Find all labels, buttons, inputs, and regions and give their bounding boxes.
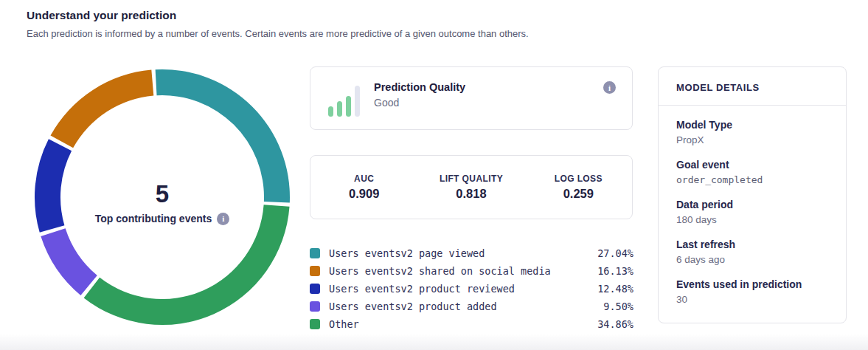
model-field-label: Events used in prediction [676, 278, 828, 290]
donut-segment[interactable] [156, 69, 290, 202]
donut-segment[interactable] [41, 228, 97, 295]
legend-swatch [310, 301, 320, 312]
legend-value: 9.50% [603, 301, 633, 312]
bottom-gradient [0, 334, 868, 350]
model-field-value: 6 days ago [676, 254, 828, 265]
page-title: Understand your prediction [27, 9, 176, 22]
model-field: Data period180 days [676, 199, 828, 225]
model-field: Model TypePropX [676, 119, 828, 145]
bar-chart-icon-bar [328, 106, 333, 117]
metric-value: 0.259 [525, 187, 632, 201]
legend-label: Users eventsv2 product reviewed [329, 283, 515, 295]
donut-segment[interactable] [35, 139, 72, 233]
legend-item: Other34.86% [310, 315, 633, 333]
metric-label: LOG LOSS [525, 174, 632, 184]
metric-value: 0.909 [310, 187, 417, 201]
bar-chart-icon-bar [346, 96, 351, 117]
legend-swatch [310, 319, 320, 329]
donut-chart[interactable]: 5 Top contributing events i [33, 68, 291, 326]
chart-legend: Users eventsv2 page viewed27.04%Users ev… [310, 244, 633, 333]
model-field-label: Goal event [676, 159, 828, 171]
model-field: Last refresh6 days ago [676, 239, 828, 265]
model-field: Events used in prediction30 [676, 278, 828, 305]
metric-label: AUC [310, 174, 417, 184]
prediction-quality-title: Prediction Quality [374, 81, 465, 93]
prediction-quality-value: Good [374, 97, 465, 109]
bar-chart-icon-bar [337, 101, 342, 117]
legend-label: Users eventsv2 shared on social media [329, 265, 551, 277]
legend-swatch [310, 266, 320, 276]
bar-chart-icon-bar [355, 86, 360, 117]
donut-svg[interactable] [33, 68, 291, 326]
model-field-value: order_completed [676, 174, 828, 185]
donut-segment[interactable] [84, 205, 290, 325]
legend-swatch [310, 248, 320, 258]
model-field-label: Data period [676, 199, 828, 210]
understand-prediction-panel: Understand your prediction Each predicti… [0, 0, 868, 350]
legend-label: Other [329, 318, 359, 330]
legend-label: Users eventsv2 product added [329, 301, 497, 312]
model-details-header: MODEL DETAILS [659, 67, 846, 106]
metric: AUC0.909 [310, 174, 417, 201]
legend-label: Users eventsv2 page viewed [329, 247, 485, 259]
legend-item: Users eventsv2 shared on social media16.… [310, 262, 633, 280]
info-icon[interactable]: i [217, 213, 229, 225]
metric-label: LIFT QUALITY [417, 174, 524, 184]
legend-swatch [310, 284, 320, 294]
legend-value: 34.86% [597, 318, 633, 330]
model-details-card: MODEL DETAILS Model TypePropXGoal evento… [658, 66, 847, 323]
legend-item: Users eventsv2 page viewed27.04% [310, 244, 633, 262]
bar-chart-icon [328, 83, 361, 117]
legend-value: 12.48% [597, 283, 633, 295]
model-field-value: 30 [676, 294, 828, 305]
legend-value: 16.13% [597, 265, 633, 277]
model-details-fields: Model TypePropXGoal eventorder_completed… [659, 106, 846, 305]
donut-segment[interactable] [51, 70, 154, 148]
info-icon[interactable]: i [603, 81, 616, 94]
legend-item: Users eventsv2 product added9.50% [310, 298, 633, 315]
metric-value: 0.818 [417, 187, 524, 201]
metric: LIFT QUALITY0.818 [417, 174, 524, 201]
model-field-label: Last refresh [676, 239, 828, 250]
model-field-value: PropX [676, 134, 828, 145]
legend-value: 27.04% [597, 247, 633, 259]
metrics-card: AUC0.909LIFT QUALITY0.818LOG LOSS0.259 [310, 155, 633, 219]
metric: LOG LOSS0.259 [525, 174, 632, 201]
model-field-label: Model Type [676, 119, 828, 131]
page-subtitle: Each prediction is informed by a number … [27, 28, 529, 39]
prediction-quality-card: Prediction Quality Good i [310, 66, 633, 130]
legend-item: Users eventsv2 product reviewed12.48% [310, 280, 633, 298]
model-field-value: 180 days [676, 214, 828, 225]
model-field: Goal eventorder_completed [676, 159, 828, 185]
